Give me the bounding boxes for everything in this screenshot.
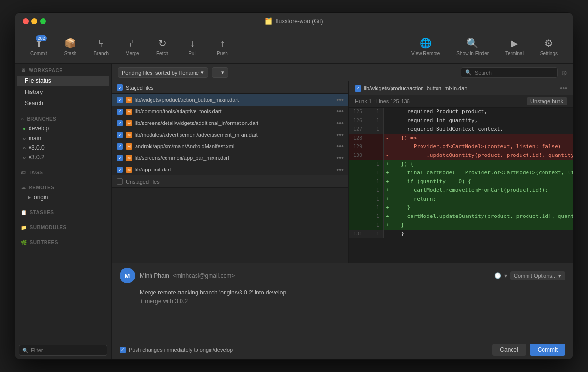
filter-input[interactable] bbox=[19, 345, 107, 356]
file-status-label: File status bbox=[25, 78, 51, 84]
view-toggle[interactable]: ≡ ▾ bbox=[212, 67, 228, 78]
search-label: Search bbox=[25, 100, 43, 107]
commit-message-area: Merge remote-tracking branch 'origin/v3.… bbox=[112, 286, 573, 340]
commit-message-line1: Merge remote-tracking branch 'origin/v3.… bbox=[140, 288, 565, 297]
author-email: <minhcasi@gmail.com> bbox=[173, 272, 235, 279]
push-icon: ↑ bbox=[220, 38, 225, 49]
file-dots-1[interactable]: ••• bbox=[336, 108, 344, 115]
file-modified-icon-5: M bbox=[126, 155, 132, 161]
sidebar-item-search[interactable]: Search bbox=[17, 98, 109, 108]
view-remote-button[interactable]: 🌐 View Remote bbox=[406, 34, 446, 59]
staged-label: Staged files bbox=[126, 85, 153, 91]
close-button[interactable] bbox=[23, 18, 29, 24]
diff-content: 1251 required Product product, 1261 requ… bbox=[349, 108, 573, 263]
push-button[interactable]: ↑ Push bbox=[210, 35, 235, 59]
submodules-icon: 📁 bbox=[21, 225, 27, 230]
file-checkbox-6[interactable]: ✓ bbox=[117, 167, 123, 173]
show-in-finder-label: Show in Finder bbox=[456, 51, 489, 56]
merge-button[interactable]: ⑃ Merge bbox=[120, 35, 145, 59]
body: 🖥 WORKSPACE File status History Search ○… bbox=[15, 64, 573, 359]
submodules-section: 📁 SUBMODULES bbox=[15, 221, 111, 232]
file-dots-5[interactable]: ••• bbox=[336, 154, 344, 162]
branch-item-v302[interactable]: ○ v3.0.2 bbox=[15, 153, 111, 162]
unstage-hunk-button[interactable]: Unstage hunk bbox=[527, 97, 567, 105]
sort-dropdown[interactable]: Pending files, sorted by filename ▾ bbox=[118, 67, 208, 78]
search-input[interactable] bbox=[475, 70, 553, 76]
commit-badge: 282 bbox=[36, 35, 47, 41]
files-panel: ✓ Staged files ✓ M lib/widgets/product/a… bbox=[112, 81, 349, 263]
commit-button-footer[interactable]: Commit bbox=[530, 344, 565, 356]
push-checkbox[interactable]: ✓ bbox=[120, 347, 126, 353]
maximize-button[interactable] bbox=[40, 18, 46, 24]
diff-file-checkbox[interactable]: ✓ bbox=[355, 85, 361, 92]
pull-icon: ↓ bbox=[190, 38, 195, 49]
terminal-icon: ▶ bbox=[511, 37, 518, 49]
branches-icon: ○ bbox=[21, 116, 24, 122]
file-item-2[interactable]: ✓ M lib/screens/detail/widgets/additiona… bbox=[112, 117, 348, 129]
diff-line-added: 1 + }) { bbox=[349, 160, 573, 169]
terminal-button[interactable]: ▶ Terminal bbox=[499, 34, 529, 59]
remotes-origin-item[interactable]: ▶ origin bbox=[15, 192, 111, 202]
file-item-1[interactable]: ✓ M lib/common/tools/adaptive_tools.dart… bbox=[112, 106, 348, 117]
file-dots-6[interactable]: ••• bbox=[336, 166, 344, 173]
branch-item-v300[interactable]: ○ v3.0.0 bbox=[15, 143, 111, 153]
title-icon: 🗂️ bbox=[265, 17, 272, 25]
subtrees-section: 🌿 SUBTREES bbox=[15, 236, 111, 247]
view-remote-icon: 🌐 bbox=[420, 37, 432, 49]
staged-checkbox[interactable]: ✓ bbox=[117, 84, 123, 91]
file-checkbox-1[interactable]: ✓ bbox=[117, 108, 123, 115]
unstaged-checkbox[interactable] bbox=[117, 178, 123, 185]
commit-options-button[interactable]: Commit Options... ▾ bbox=[510, 271, 565, 280]
settings-label: Settings bbox=[540, 51, 558, 56]
settings-button[interactable]: ⚙ Settings bbox=[534, 34, 563, 59]
file-item-3[interactable]: ✓ M lib/modules/advertisement/advertisem… bbox=[112, 129, 348, 140]
stashes-icon: 📋 bbox=[21, 210, 27, 215]
filter-wrapper: 🔍 bbox=[19, 345, 107, 356]
sidebar-item-history[interactable]: History bbox=[17, 87, 109, 97]
diff-line-added: 1 + if (quantity == 0) { bbox=[349, 177, 573, 186]
file-item-5[interactable]: ✓ M lib/screens/common/app_bar_mixin.dar… bbox=[112, 152, 348, 164]
branch-dot: ○ bbox=[23, 136, 26, 141]
branch-button[interactable]: ⑂ Branch bbox=[88, 35, 115, 59]
commit-message-line2: + merge with 3.0.2 bbox=[140, 297, 565, 306]
branch-item-develop[interactable]: ● develop bbox=[15, 124, 111, 133]
fetch-button[interactable]: ↻ Fetch bbox=[150, 34, 175, 59]
file-checkbox-3[interactable]: ✓ bbox=[117, 132, 123, 138]
file-dots-2[interactable]: ••• bbox=[336, 119, 344, 127]
show-in-finder-button[interactable]: 🔍 Show in Finder bbox=[451, 34, 495, 59]
author-name: Minh Pham bbox=[140, 272, 169, 279]
file-dots-3[interactable]: ••• bbox=[336, 131, 344, 139]
file-item-6[interactable]: ✓ M lib/app_init.dart ••• bbox=[112, 164, 348, 175]
commit-button[interactable]: ⬆ 282 Commit bbox=[25, 34, 53, 59]
cancel-button[interactable]: Cancel bbox=[492, 344, 526, 356]
file-checkbox-2[interactable]: ✓ bbox=[117, 120, 123, 126]
file-checkbox-5[interactable]: ✓ bbox=[117, 155, 123, 161]
pull-button[interactable]: ↓ Pull bbox=[180, 35, 205, 59]
push-checkbox-area: ✓ Push changes immediately to origin/dev… bbox=[120, 347, 233, 353]
sidebar-item-file-status[interactable]: File status bbox=[17, 76, 109, 86]
unstaged-section-header[interactable]: Unstaged files bbox=[112, 175, 348, 188]
file-checkbox-4[interactable]: ✓ bbox=[117, 143, 123, 150]
chevron-down-icon: ▾ bbox=[558, 273, 561, 279]
push-label: Push bbox=[217, 51, 228, 56]
file-item-0[interactable]: ✓ M lib/widgets/product/action_button_mi… bbox=[112, 94, 348, 106]
branch-dot: ○ bbox=[23, 145, 26, 151]
titlebar: 🗂️ fluxstore-woo (Git) bbox=[15, 13, 573, 30]
file-item-4[interactable]: ✓ M android/app/src/main/AndroidManifest… bbox=[112, 140, 348, 152]
file-modified-icon-4: M bbox=[126, 143, 132, 150]
diff-line-added: 1 + cartModel.removeItemFromCart(product… bbox=[349, 186, 573, 195]
hunk-info: Hunk 1 : Lines 125-136 bbox=[355, 98, 410, 104]
minimize-button[interactable] bbox=[31, 18, 37, 24]
stash-button[interactable]: 📦 Stash bbox=[58, 34, 83, 59]
staged-section-header[interactable]: ✓ Staged files bbox=[112, 81, 348, 94]
main-window: 🗂️ fluxstore-woo (Git) ⬆ 282 Commit 📦 St… bbox=[15, 12, 573, 360]
branch-item-main[interactable]: ○ main bbox=[15, 133, 111, 143]
file-checkbox-0[interactable]: ✓ bbox=[117, 97, 123, 103]
sidebar: 🖥 WORKSPACE File status History Search ○… bbox=[15, 64, 112, 359]
file-dots-4[interactable]: ••• bbox=[336, 142, 344, 150]
diff-options[interactable]: ••• bbox=[560, 84, 567, 92]
filter-icon: 🔍 bbox=[22, 348, 28, 353]
tags-section: 🏷 TAGS bbox=[15, 166, 111, 177]
file-dots-0[interactable]: ••• bbox=[336, 96, 344, 104]
search-options-icon[interactable]: ⊕ bbox=[561, 69, 567, 77]
